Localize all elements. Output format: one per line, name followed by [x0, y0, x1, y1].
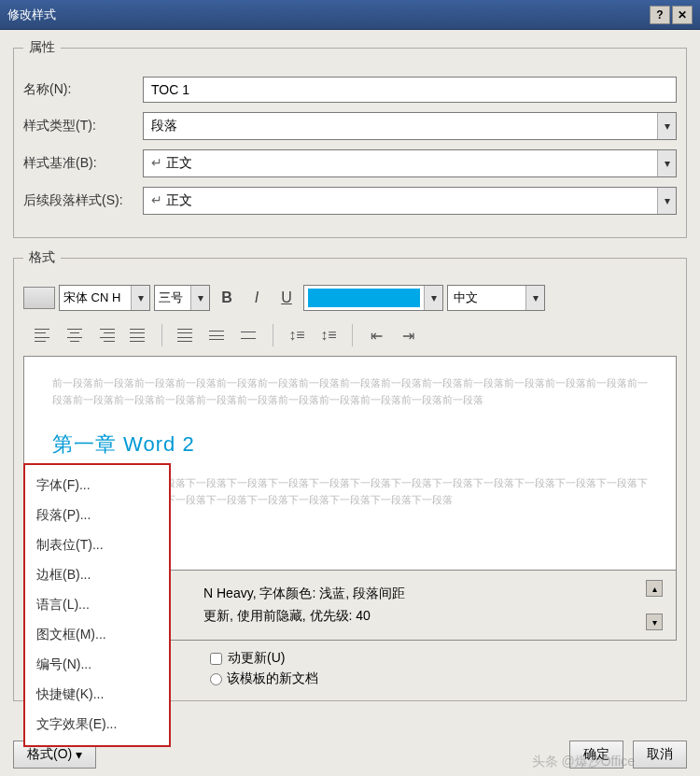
- menu-item-paragraph[interactable]: 段落(P)...: [25, 501, 169, 530]
- align-justify-button[interactable]: [126, 324, 150, 346]
- close-button[interactable]: ✕: [672, 6, 693, 24]
- underline-button[interactable]: U: [273, 285, 300, 311]
- cancel-button[interactable]: 取消: [633, 741, 687, 769]
- bold-button[interactable]: B: [214, 285, 240, 311]
- sample-swatch[interactable]: [23, 287, 55, 309]
- dropdown-icon[interactable]: [525, 286, 544, 310]
- language-select[interactable]: 中文: [447, 285, 545, 311]
- line-spacing-1-button[interactable]: [174, 324, 198, 346]
- format-menu-popup: 字体(F)... 段落(P)... 制表位(T)... 边框(B)... 语言(…: [23, 463, 171, 747]
- name-label: 名称(N):: [23, 81, 143, 98]
- font-color-select[interactable]: [303, 285, 443, 311]
- window-title: 修改样式: [7, 7, 648, 23]
- preview-heading: 第一章 Word 2: [52, 430, 648, 459]
- align-left-button[interactable]: [31, 324, 55, 346]
- scroll-down-button[interactable]: ▾: [646, 614, 663, 630]
- line-spacing-2-button[interactable]: [205, 324, 230, 346]
- paragraph-toolbar: ↕≡ ↕≡ ⇤ ⇥: [23, 318, 677, 356]
- menu-item-font[interactable]: 字体(F)...: [25, 471, 169, 501]
- format-legend: 格式: [23, 249, 61, 266]
- space-after-button[interactable]: ↕≡: [316, 324, 341, 346]
- style-based-label: 样式基准(B):: [23, 155, 143, 172]
- name-input[interactable]: [143, 77, 677, 103]
- align-center-button[interactable]: [63, 324, 87, 346]
- color-swatch: [308, 289, 420, 307]
- italic-button[interactable]: I: [244, 285, 270, 311]
- align-right-button[interactable]: [94, 324, 119, 346]
- menu-item-shortcut[interactable]: 快捷键(K)...: [25, 680, 169, 710]
- desc-scrollbar[interactable]: ▴ ▾: [646, 580, 665, 630]
- line-spacing-3-button[interactable]: [237, 324, 261, 346]
- menu-item-texteffect[interactable]: 文字效果(E)...: [25, 710, 169, 740]
- properties-group: 属性 名称(N): 样式类型(T): 段落 样式基准(B): ↵正文 后续段落样…: [13, 39, 687, 238]
- watermark: 头条 @爆沙Office: [532, 754, 635, 770]
- menu-item-frame[interactable]: 图文框(M)...: [25, 620, 169, 650]
- dropdown-icon[interactable]: [131, 286, 149, 310]
- template-radio[interactable]: 该模板的新文档: [210, 670, 318, 687]
- scroll-up-button[interactable]: ▴: [646, 580, 663, 597]
- title-bar: 修改样式 ? ✕: [0, 0, 700, 30]
- auto-update-checkbox[interactable]: [210, 653, 222, 665]
- next-style-select[interactable]: ↵正文: [143, 187, 677, 215]
- dropdown-icon[interactable]: [657, 188, 676, 214]
- indent-decrease-button[interactable]: ⇤: [364, 324, 388, 346]
- indent-increase-button[interactable]: ⇥: [396, 324, 420, 346]
- preview-filler-before: 前一段落前一段落前一段落前一段落前一段落前一段落前一段落前一段落前一段落前一段落…: [52, 375, 648, 408]
- help-button[interactable]: ?: [650, 6, 670, 24]
- style-type-select[interactable]: 段落: [143, 112, 677, 140]
- properties-legend: 属性: [23, 39, 61, 56]
- font-size-select[interactable]: 三号: [154, 285, 210, 311]
- dropdown-icon[interactable]: [190, 286, 209, 310]
- style-based-select[interactable]: ↵正文: [143, 149, 677, 177]
- space-before-button[interactable]: ↕≡: [285, 324, 309, 346]
- font-toolbar: 宋体 CN H 三号 B I U 中文: [23, 277, 677, 318]
- style-type-label: 样式类型(T):: [23, 118, 143, 134]
- font-name-select[interactable]: 宋体 CN H: [59, 285, 150, 311]
- dropdown-icon[interactable]: [657, 113, 676, 139]
- menu-item-language[interactable]: 语言(L)...: [25, 590, 169, 620]
- dropdown-icon[interactable]: [657, 150, 676, 176]
- menu-item-tabs[interactable]: 制表位(T)...: [25, 530, 169, 560]
- next-style-label: 后续段落样式(S):: [23, 192, 143, 209]
- menu-item-border[interactable]: 边框(B)...: [25, 560, 169, 590]
- dropdown-icon[interactable]: [424, 286, 442, 310]
- menu-item-numbering[interactable]: 编号(N)...: [25, 650, 169, 680]
